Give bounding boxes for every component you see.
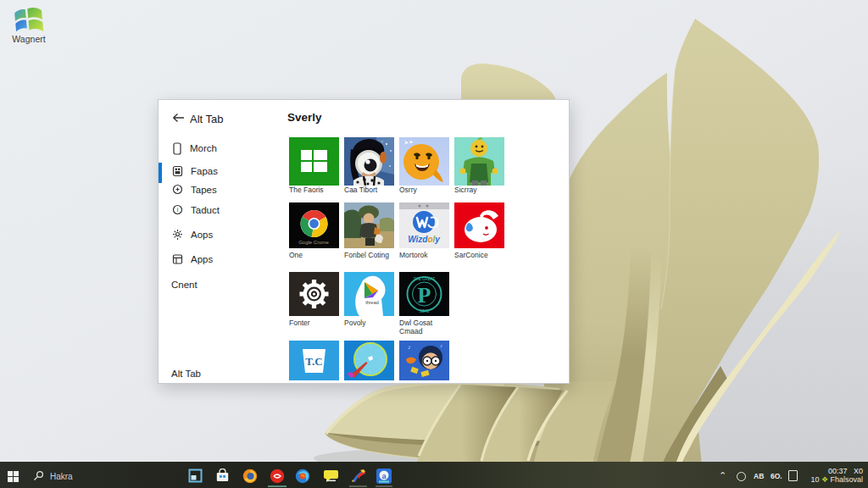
svg-text:SEAL: SEAL bbox=[420, 309, 430, 313]
svg-text:THE GREAT: THE GREAT bbox=[414, 277, 436, 281]
svg-text:Gogle Crome: Gogle Crome bbox=[298, 240, 329, 245]
svg-text:♪: ♪ bbox=[440, 343, 442, 348]
svg-text:i: i bbox=[177, 207, 179, 213]
svg-text:P: P bbox=[418, 283, 431, 308]
svg-text:T.C: T.C bbox=[305, 355, 322, 368]
svg-text:♪: ♪ bbox=[408, 344, 411, 350]
svg-text:thread: thread bbox=[365, 300, 379, 305]
svg-text:Wizdoly: Wizdoly bbox=[408, 235, 440, 244]
